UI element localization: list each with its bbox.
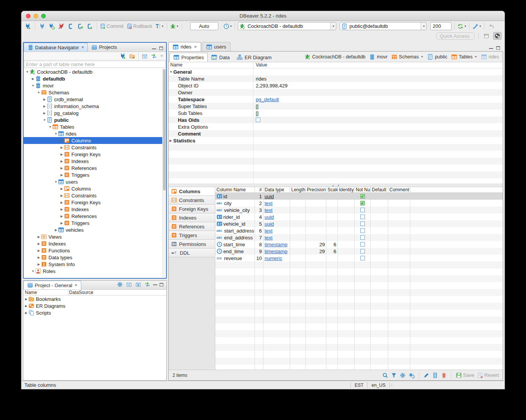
expand-arrow-icon[interactable]: ▶ — [60, 194, 64, 197]
value-header[interactable]: Value — [253, 62, 267, 68]
property-row-extra-options[interactable]: Extra Options — [169, 123, 503, 130]
detail-tab-ddl[interactable]: ◂▸TDDL — [169, 249, 215, 257]
open-perspective-button[interactable] — [482, 32, 491, 40]
tab-data[interactable]: Data — [208, 53, 233, 62]
column-row-rider_id[interactable]: rider_id4uuid — [215, 213, 503, 220]
tree-item-columns[interactable]: ▶Columns — [24, 185, 166, 192]
tree-item-tables[interactable]: ▼Tables — [24, 123, 166, 130]
tab-project-general[interactable]: Project - General ✕ — [23, 281, 81, 289]
columns-view-icon[interactable] — [432, 372, 438, 378]
column-row-city[interactable]: ABCcity2text✓ — [215, 200, 503, 207]
link-with-editor-button[interactable] — [150, 53, 158, 60]
minimize-view-button[interactable] — [153, 284, 157, 285]
quick-access-field[interactable]: Quick Access — [436, 32, 474, 40]
commit-mode-combo[interactable]: Auto — [190, 22, 218, 30]
column-row-vehicle_id[interactable]: vehicle_id5uuid — [215, 220, 503, 227]
breadcrumb-public[interactable]: public — [427, 54, 447, 60]
tree-item-information-schema[interactable]: ▶information_schema — [24, 103, 166, 110]
debug-button[interactable]: ▼ — [170, 23, 179, 30]
data-type-link[interactable]: timestamp — [265, 249, 287, 254]
tree-item-schemas[interactable]: ▼Schemas — [24, 89, 166, 96]
tree-item-rides[interactable]: ▼rides — [24, 130, 166, 137]
expand-arrow-icon[interactable]: ▶ — [24, 311, 28, 315]
filter-icon[interactable] — [391, 372, 397, 378]
property-row-general[interactable]: ▼General — [169, 68, 503, 75]
breadcrumb-schemas[interactable]: Schemas▼ — [391, 54, 423, 60]
expand-arrow-icon[interactable]: ▶ — [24, 304, 28, 308]
expand-arrow-icon[interactable]: ▶ — [42, 111, 47, 115]
close-icon[interactable]: ✕ — [194, 45, 197, 49]
tree-item-movr[interactable]: ▼movr — [24, 82, 166, 89]
transaction-mode-button[interactable]: ▼ — [155, 23, 164, 30]
not-null-checkbox[interactable] — [360, 256, 365, 260]
new-sql-editor-button[interactable] — [86, 23, 94, 30]
expand-arrow-icon[interactable]: ▶ — [37, 256, 41, 259]
search-icon[interactable] — [382, 372, 388, 378]
expand-arrow-icon[interactable]: ▶ — [60, 139, 64, 142]
expand-arrow-icon[interactable]: ▶ — [60, 173, 64, 177]
splitter-up-icon[interactable]: ▲ — [332, 184, 334, 187]
project-expand-button[interactable] — [135, 281, 142, 288]
data-type-link[interactable]: text — [265, 200, 273, 206]
column-header--[interactable]: # — [255, 187, 263, 192]
datasource-column-header[interactable]: DataSource — [68, 290, 92, 295]
transaction-log-button[interactable]: ▼ — [223, 23, 232, 30]
data-type-link[interactable]: uuid — [265, 221, 274, 227]
column-row-start_time[interactable]: start_time8timestamp296 — [215, 241, 503, 248]
detail-tab-indexes[interactable]: Indexes — [169, 213, 215, 222]
view-menu-icon[interactable]: ▽ — [161, 54, 163, 58]
tree-item-roles[interactable]: ▼Roles — [24, 268, 166, 275]
expand-arrow-icon[interactable]: ▶ — [60, 201, 64, 204]
column-header-default[interactable]: Default — [371, 187, 388, 192]
maximize-editor-button[interactable] — [496, 46, 500, 50]
format-button[interactable]: ▼ — [472, 23, 481, 30]
detail-tab-permissions[interactable]: Permissions — [169, 240, 215, 249]
maximize-view-button[interactable] — [160, 283, 163, 286]
collapse-arrow-icon[interactable]: ▼ — [54, 180, 58, 184]
expand-arrow-icon[interactable]: ▶ — [24, 297, 28, 301]
name-header[interactable]: Name — [169, 62, 253, 68]
undo-button[interactable] — [487, 23, 495, 30]
detail-tab-foreign-keys[interactable]: Foreign Keys — [169, 205, 215, 213]
tree-item-vehicles[interactable]: ▶vehicles — [24, 226, 166, 233]
column-header-length[interactable]: Length — [290, 187, 306, 192]
collapse-all-button[interactable] — [141, 53, 148, 60]
tree-item-foreign-keys[interactable]: ▶Foreign Keys — [24, 151, 166, 158]
expand-arrow-icon[interactable]: ▶ — [169, 139, 173, 142]
tree-item-triggers[interactable]: ▶Triggers — [24, 171, 166, 178]
breadcrumb-tables[interactable]: Tables▼ — [451, 54, 477, 60]
minimize-view-button[interactable] — [152, 48, 156, 49]
property-row-comment[interactable]: Comment — [169, 130, 503, 137]
disconnect-button[interactable] — [57, 23, 65, 30]
nav-new-folder-button[interactable] — [128, 53, 136, 60]
table-filter-input[interactable] — [24, 61, 165, 67]
column-header-scale[interactable]: Scale — [326, 187, 338, 192]
column-header-column-name[interactable]: Column Name — [215, 187, 255, 192]
property-row-owner[interactable]: Owner — [169, 89, 503, 96]
project-settings-button[interactable] — [116, 281, 123, 288]
tree-item-triggers[interactable]: ▶Triggers — [24, 220, 166, 226]
fetch-size-input[interactable]: 200 — [430, 22, 452, 30]
tree-item-indexes[interactable]: ▶Indexes — [24, 158, 166, 165]
expand-arrow-icon[interactable]: ▶ — [54, 228, 58, 232]
minimize-editor-button[interactable] — [489, 47, 493, 49]
tab-database-navigator[interactable]: Database Navigator ✕ — [24, 43, 88, 52]
commit-button[interactable]: Commit — [100, 23, 125, 30]
property-row-has-oids[interactable]: Has Oids — [169, 116, 503, 123]
editor-tab-users[interactable]: users — [202, 42, 231, 51]
expand-arrow-icon[interactable]: ▶ — [37, 249, 41, 252]
nav-new-connection-button[interactable] — [119, 53, 127, 60]
tree-item-indexes[interactable]: ▶Indexes — [24, 240, 166, 247]
connect-button[interactable] — [38, 23, 46, 30]
collapse-arrow-icon[interactable]: ▼ — [54, 132, 58, 136]
tree-item-crdb-internal[interactable]: ▶crdb_internal — [24, 96, 166, 103]
tree-item-functions[interactable]: ▶Functions — [24, 247, 166, 254]
property-value-link[interactable]: pg_default — [256, 97, 279, 102]
column-row-vehicle_city[interactable]: ABCvehicle_city3text — [215, 207, 503, 213]
property-row-object-id[interactable]: Object ID2,293,998,429 — [169, 82, 503, 89]
has-oids-checkbox[interactable] — [256, 118, 260, 122]
splitter-down-icon[interactable]: ▼ — [337, 184, 340, 187]
breadcrumb-movr[interactable]: movr — [369, 54, 387, 60]
column-row-start_address[interactable]: ABCstart_address6text — [215, 227, 503, 234]
column-header-data-type[interactable]: Data type — [263, 187, 290, 192]
